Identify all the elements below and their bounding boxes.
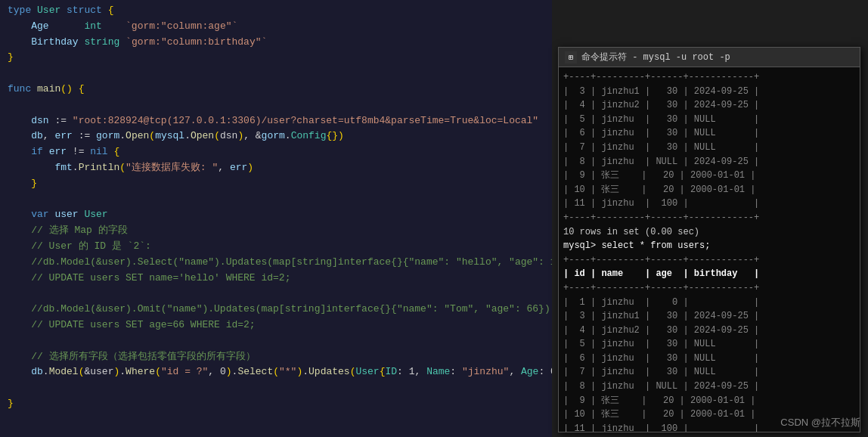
code-line: if err != nil { xyxy=(0,144,552,160)
code-line: Birthday string `gorm:"column:birthday"` xyxy=(0,35,552,51)
code-line: // 选择 Map 的字段 xyxy=(0,223,552,239)
code-line: // 选择所有字段（选择包括零值字段的所有字段） xyxy=(0,349,552,365)
code-line: func main() { xyxy=(0,82,552,98)
code-line: // UPDATE users SET age=66 WHERE id=2; xyxy=(0,318,552,333)
code-line xyxy=(0,286,552,302)
code-line: var user User xyxy=(0,207,552,223)
code-line: type User struct { xyxy=(0,3,552,19)
terminal-title: 命令提示符 - mysql -u root -p xyxy=(581,51,730,64)
code-line: db.Model(&user).Where("id = ?", 0).Selec… xyxy=(0,364,552,380)
terminal-icon: ⊞ xyxy=(565,51,577,64)
code-line xyxy=(0,98,552,113)
terminal-body: +----+---------+------+------------+| 3 … xyxy=(559,67,860,432)
code-line: Age int `gorm:"column:age"` xyxy=(0,19,552,35)
code-line: } xyxy=(0,396,552,412)
code-line xyxy=(0,380,552,396)
code-line: dsn := "root:828924@tcp(127.0.0.1:3306)/… xyxy=(0,113,552,129)
watermark: CSDN @拉不拉斯 xyxy=(780,416,860,429)
terminal-window[interactable]: ⊞ 命令提示符 - mysql -u root -p +----+-------… xyxy=(558,47,860,432)
code-line: fmt.Println("连接数据库失败: ", err) xyxy=(0,160,552,176)
code-line: } xyxy=(0,176,552,192)
code-line xyxy=(0,192,552,208)
code-line xyxy=(0,66,552,82)
code-line: //db.Model(&user).Select("name").Updates… xyxy=(0,255,552,271)
terminal-titlebar: ⊞ 命令提示符 - mysql -u root -p xyxy=(559,48,860,67)
code-line: // UPDATE users SET name='hello' WHERE i… xyxy=(0,271,552,287)
code-editor: type User struct { Age int `gorm:"column… xyxy=(0,0,552,437)
code-line xyxy=(0,333,552,349)
code-line: db, err := gorm.Open(mysql.Open(dsn), &g… xyxy=(0,129,552,144)
code-line: // User 的 ID 是 `2`: xyxy=(0,239,552,255)
code-line: } xyxy=(0,50,552,66)
code-line: //db.Model(&user).Omit("name").Updates(m… xyxy=(0,302,552,318)
